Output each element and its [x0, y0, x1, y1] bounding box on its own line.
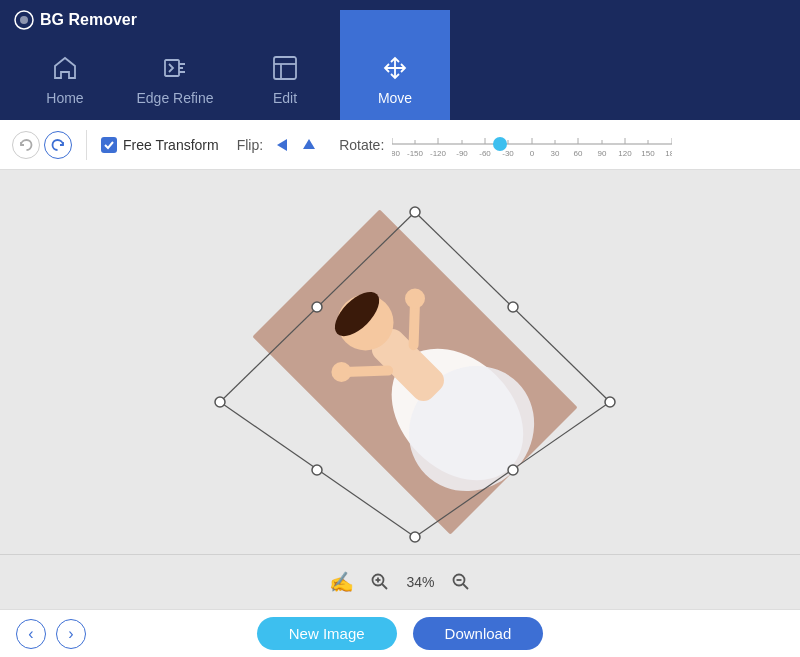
zoom-out-icon[interactable] — [451, 572, 471, 592]
svg-text:-180: -180 — [392, 149, 401, 158]
svg-text:60: 60 — [574, 149, 583, 158]
undo-button[interactable] — [12, 131, 40, 159]
svg-text:-150: -150 — [407, 149, 424, 158]
app-title: BG Remover — [14, 10, 137, 30]
flip-controls — [273, 135, 319, 155]
svg-point-53 — [215, 397, 225, 407]
svg-text:-60: -60 — [480, 149, 492, 158]
download-button[interactable]: Download — [413, 617, 544, 650]
svg-point-35 — [493, 137, 507, 151]
svg-line-63 — [463, 584, 468, 589]
svg-marker-7 — [303, 139, 315, 149]
rotate-slider[interactable]: -180 -150 -120 -90 -60 -30 0 30 60 90 12… — [392, 130, 672, 160]
svg-line-59 — [382, 584, 387, 589]
svg-point-57 — [312, 302, 322, 312]
svg-text:180: 180 — [666, 149, 673, 158]
flip-vertical-button[interactable] — [299, 135, 319, 155]
redo-button[interactable] — [44, 131, 72, 159]
svg-text:0: 0 — [530, 149, 535, 158]
canvas-svg — [170, 172, 630, 552]
svg-point-51 — [605, 397, 615, 407]
free-transform-checkbox[interactable] — [101, 137, 117, 153]
svg-point-50 — [410, 207, 420, 217]
tab-move[interactable]: Move — [340, 10, 450, 130]
tab-edit[interactable]: Edit — [230, 10, 340, 130]
svg-text:30: 30 — [551, 149, 560, 158]
svg-text:-30: -30 — [503, 149, 515, 158]
new-image-button[interactable]: New Image — [257, 617, 397, 650]
svg-text:-90: -90 — [457, 149, 469, 158]
svg-text:120: 120 — [619, 149, 633, 158]
svg-rect-3 — [274, 57, 296, 79]
svg-point-56 — [312, 465, 322, 475]
rotate-section: Rotate: — [339, 130, 672, 160]
toolbar: Free Transform Flip: Rotate: — [0, 120, 800, 170]
free-transform-toggle[interactable]: Free Transform — [101, 137, 219, 153]
svg-marker-6 — [277, 139, 287, 151]
prev-button[interactable]: ‹ — [16, 619, 46, 649]
next-button[interactable]: › — [56, 619, 86, 649]
hand-tool-icon[interactable]: ✍ — [329, 570, 354, 594]
flip-label: Flip: — [237, 137, 263, 153]
svg-point-54 — [508, 302, 518, 312]
divider — [86, 130, 87, 160]
svg-text:90: 90 — [598, 149, 607, 158]
canvas-area — [0, 170, 800, 554]
svg-text:-120: -120 — [430, 149, 447, 158]
svg-point-55 — [508, 465, 518, 475]
zoom-level: 34% — [406, 574, 434, 590]
flip-horizontal-button[interactable] — [273, 135, 293, 155]
status-bar: ✍ 34% — [0, 554, 800, 609]
bottom-bar: ‹ › New Image Download — [0, 609, 800, 657]
svg-text:150: 150 — [642, 149, 656, 158]
svg-point-1 — [20, 16, 28, 24]
svg-point-52 — [410, 532, 420, 542]
zoom-in-icon[interactable] — [370, 572, 390, 592]
